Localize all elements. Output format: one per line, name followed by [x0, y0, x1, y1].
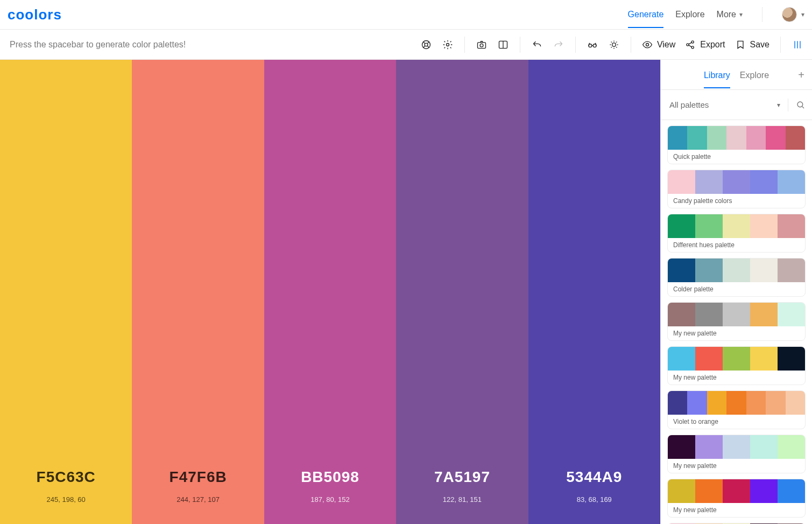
camera-icon[interactable]: [476, 39, 488, 51]
svg-rect-3: [477, 42, 485, 48]
view-button[interactable]: View: [642, 39, 675, 50]
svg-point-2: [446, 43, 449, 46]
palette-filter[interactable]: All palettes ▾: [661, 90, 812, 120]
library-swatch: [695, 303, 723, 326]
search-button[interactable]: [788, 99, 806, 111]
library-item-colors: [668, 479, 805, 503]
bookmark-icon: [735, 39, 746, 50]
hex-value[interactable]: F5C63C: [37, 469, 96, 486]
library-item-name: Candy palette colors: [668, 194, 805, 208]
settings-icon[interactable]: [442, 39, 454, 51]
library-swatch: [778, 214, 805, 238]
library-swatch: [723, 347, 750, 371]
library-item-colors: [668, 347, 805, 371]
hex-value[interactable]: F47F6B: [170, 469, 227, 486]
swatch[interactable]: 5344A983, 68, 169: [528, 60, 660, 524]
library-swatch: [687, 126, 707, 150]
library-swatch: [778, 170, 805, 194]
library-swatch: [723, 435, 750, 459]
library-item[interactable]: My new palette: [667, 346, 806, 385]
library-item[interactable]: Different hues palette: [667, 214, 806, 253]
library-swatch: [707, 126, 726, 150]
library-swatch: [668, 391, 687, 415]
library-item-name: My new palette: [668, 326, 805, 340]
library-item-name: My new palette: [668, 459, 805, 473]
brightness-icon[interactable]: [608, 39, 620, 51]
toolbar-hint: Press the spacebar to generate color pal…: [10, 40, 186, 50]
library-swatch: [750, 479, 778, 503]
library-item[interactable]: Violet to orange: [667, 390, 806, 429]
library-swatch: [723, 258, 750, 282]
library-swatch: [707, 391, 726, 415]
help-icon[interactable]: [420, 39, 432, 51]
library-item-colors: [668, 391, 805, 415]
tab-library[interactable]: Library: [704, 61, 730, 88]
library-swatch: [750, 258, 778, 282]
swatch[interactable]: F5C63C245, 198, 60: [0, 60, 132, 524]
library-item-name: Colder palette: [668, 282, 805, 296]
rgb-value: 245, 198, 60: [47, 495, 86, 504]
library-item-colors: [668, 126, 805, 150]
library-item[interactable]: My new palette: [667, 479, 806, 518]
library-swatch: [766, 391, 785, 415]
library-swatch: [695, 258, 723, 282]
nav-explore[interactable]: Explore: [675, 1, 704, 28]
library-swatch: [726, 391, 746, 415]
tab-explore[interactable]: Explore: [740, 61, 769, 88]
logo[interactable]: coolors: [8, 6, 62, 23]
glasses-icon[interactable]: [587, 39, 598, 51]
chevron-down-icon: ▾: [777, 101, 780, 109]
toolbar: Press the spacebar to generate color pal…: [0, 30, 812, 60]
save-button[interactable]: Save: [735, 39, 769, 50]
search-icon: [796, 100, 806, 110]
library-swatch: [695, 479, 723, 503]
library-item[interactable]: Colder palette: [667, 258, 806, 297]
nav-generate[interactable]: Generate: [628, 1, 664, 28]
library-swatch: [723, 214, 750, 238]
export-button[interactable]: Export: [685, 39, 725, 50]
library-item[interactable]: Candy palette colors: [667, 170, 806, 208]
rgb-value: 122, 81, 151: [443, 495, 482, 504]
library-item-name: My new palette: [668, 503, 805, 517]
panel-toggle-icon[interactable]: [792, 39, 803, 51]
swatch[interactable]: BB5098187, 80, 152: [264, 60, 396, 524]
nav-more-label: More: [717, 10, 736, 19]
library-list[interactable]: Quick paletteCandy palette colorsDiffere…: [661, 120, 812, 524]
collage-icon[interactable]: [497, 39, 509, 51]
library-item-name: Different hues palette: [668, 238, 805, 252]
library-swatch: [746, 126, 766, 150]
library-item-colors: [668, 303, 805, 326]
divider: [762, 7, 762, 22]
library-swatch: [668, 303, 695, 326]
export-label: Export: [700, 40, 725, 50]
hex-value[interactable]: 7A5197: [434, 469, 490, 486]
avatar: [782, 7, 797, 22]
save-label: Save: [750, 40, 769, 50]
svg-point-9: [646, 43, 648, 46]
library-swatch: [778, 347, 805, 371]
library-swatch: [746, 391, 766, 415]
view-label: View: [657, 40, 675, 50]
nav-more[interactable]: More ▾: [717, 1, 743, 28]
library-item[interactable]: My new palette: [667, 435, 806, 473]
library-item[interactable]: Quick palette: [667, 125, 806, 164]
rgb-value: 83, 68, 169: [577, 495, 612, 504]
account-menu[interactable]: ▾: [778, 7, 804, 22]
side-panel: Library Explore + All palettes ▾ Quick p…: [660, 60, 812, 524]
undo-icon[interactable]: [531, 39, 543, 51]
swatch[interactable]: 7A5197122, 81, 151: [396, 60, 528, 524]
library-swatch: [723, 303, 750, 326]
hex-value[interactable]: 5344A9: [566, 469, 622, 486]
add-palette-button[interactable]: +: [798, 68, 804, 81]
library-item[interactable]: My new palette: [667, 302, 806, 341]
library-swatch: [668, 214, 695, 238]
hex-value[interactable]: BB5098: [301, 469, 359, 486]
library-swatch: [750, 303, 778, 326]
swatch[interactable]: F47F6B244, 127, 107: [132, 60, 264, 524]
library-swatch: [778, 435, 805, 459]
library-item-name: Violet to orange: [668, 415, 805, 429]
svg-point-13: [797, 102, 803, 107]
library-swatch: [750, 435, 778, 459]
redo-icon[interactable]: [553, 39, 564, 51]
rgb-value: 244, 127, 107: [176, 495, 220, 504]
